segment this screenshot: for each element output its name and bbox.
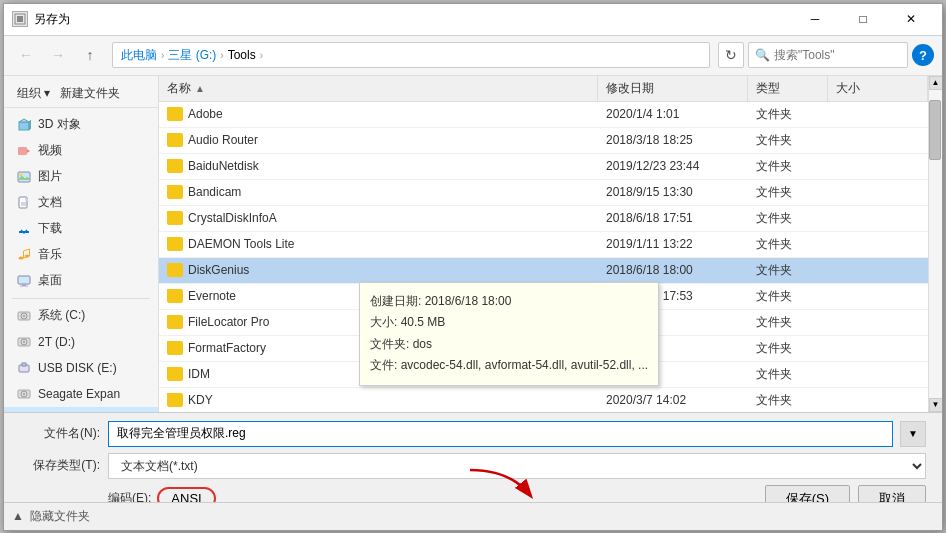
file-row[interactable]: BaiduNetdisk 2019/12/23 23:44 文件夹: [159, 154, 928, 180]
col-header-type[interactable]: 类型: [748, 76, 828, 101]
disk-c-icon: [16, 308, 32, 324]
document-icon: [16, 195, 32, 211]
maximize-button[interactable]: □: [840, 5, 886, 33]
sidebar-divider: [12, 298, 150, 299]
breadcrumb: 此电脑 › 三星 (G:) › Tools ›: [112, 42, 710, 68]
filename-input[interactable]: [108, 421, 893, 447]
sidebar-label: Seagate Expan: [38, 387, 120, 401]
tooltip-type: 文件夹: dos: [370, 334, 648, 356]
svg-marker-13: [21, 224, 27, 230]
hide-files-row: ▲ 隐藏文件夹: [4, 502, 942, 530]
sidebar-label: 视频: [38, 142, 62, 159]
sidebar-label: 音乐: [38, 246, 62, 263]
close-button[interactable]: ✕: [888, 5, 934, 33]
search-bar: 🔍: [748, 42, 908, 68]
file-row[interactable]: DAEMON Tools Lite 2019/1/11 13:22 文件夹: [159, 232, 928, 258]
file-row[interactable]: Adobe 2020/1/4 1:01 文件夹: [159, 102, 928, 128]
sidebar-label: 下载: [38, 220, 62, 237]
search-icon: 🔍: [755, 48, 770, 62]
sidebar-item-desktop[interactable]: 桌面: [4, 268, 158, 294]
search-input[interactable]: [774, 48, 924, 62]
download-icon: [16, 221, 32, 237]
scroll-down-button[interactable]: ▼: [929, 398, 943, 412]
sidebar-item-music[interactable]: 音乐: [4, 242, 158, 268]
disk-d-icon: [16, 334, 32, 350]
sidebar-label: USB DISK (E:): [38, 361, 117, 375]
file-row[interactable]: Audio Router 2018/3/18 18:25 文件夹: [159, 128, 928, 154]
svg-point-25: [23, 315, 25, 317]
navigation-toolbar: ← → ↑ 此电脑 › 三星 (G:) › Tools › ↻ 🔍 ?: [4, 36, 942, 76]
refresh-button[interactable]: ↻: [718, 42, 744, 68]
sidebar-item-video[interactable]: 视频: [4, 138, 158, 164]
tooltip-files: 文件: avcodec-54.dll, avformat-54.dll, avu…: [370, 355, 648, 377]
sidebar-item-pictures[interactable]: 图片: [4, 164, 158, 190]
filename-label: 文件名(N):: [20, 425, 100, 442]
forward-button[interactable]: →: [44, 41, 72, 69]
up-button[interactable]: ↑: [76, 41, 104, 69]
col-header-date[interactable]: 修改日期: [598, 76, 748, 101]
sidebar-label: 系统 (C:): [38, 307, 85, 324]
new-folder-button[interactable]: 新建文件夹: [55, 81, 125, 105]
new-folder-label: 新建文件夹: [60, 85, 120, 102]
sidebar-item-seagate[interactable]: Seagate Expan: [4, 381, 158, 407]
sidebar-label: 图片: [38, 168, 62, 185]
svg-point-33: [23, 393, 25, 395]
file-row-diskgenius[interactable]: DiskGenius 2018/6/18 18:00 文件夹 创建日期: 201…: [159, 258, 928, 284]
filetype-label: 保存类型(T):: [20, 457, 100, 474]
svg-point-14: [19, 256, 24, 259]
sidebar-label: 桌面: [38, 272, 62, 289]
usb-icon: [16, 360, 32, 376]
cube-icon: [16, 117, 32, 133]
organize-label: 组织 ▾: [17, 85, 50, 102]
expand-icon: ▲: [12, 509, 24, 523]
sidebar-label: 2T (D:): [38, 335, 75, 349]
help-button[interactable]: ?: [912, 44, 934, 66]
red-arrow: [460, 465, 540, 505]
music-icon: [16, 247, 32, 263]
sidebar: 组织 ▾ 新建文件夹 3D 对象 视频: [4, 76, 159, 412]
bottom-bar: 文件名(N): ▼ 保存类型(T): 文本文档(*.txt) 编码(E): AN…: [4, 412, 942, 502]
video-icon: [16, 143, 32, 159]
sidebar-label: 3D 对象: [38, 116, 81, 133]
file-row[interactable]: Bandicam 2018/9/15 13:30 文件夹: [159, 180, 928, 206]
vertical-scrollbar: ▲ ▼: [928, 76, 942, 412]
sidebar-item-docs[interactable]: 文档: [4, 190, 158, 216]
svg-rect-30: [22, 363, 26, 366]
sidebar-item-downloads[interactable]: 下载: [4, 216, 158, 242]
save-as-dialog: 另存为 ─ □ ✕ ← → ↑ 此电脑 › 三星 (G:) › Tools › …: [3, 3, 943, 531]
hide-files-label[interactable]: 隐藏文件夹: [30, 508, 90, 525]
svg-marker-4: [29, 120, 31, 130]
scroll-up-button[interactable]: ▲: [929, 76, 943, 90]
col-header-name[interactable]: 名称 ▲: [159, 76, 598, 101]
file-list-header: 名称 ▲ 修改日期 类型 大小: [159, 76, 928, 102]
sidebar-item-c[interactable]: 系统 (C:): [4, 303, 158, 329]
col-header-size[interactable]: 大小: [828, 76, 928, 101]
svg-rect-7: [18, 172, 30, 182]
minimize-button[interactable]: ─: [792, 5, 838, 33]
desktop-icon: [16, 273, 32, 289]
sidebar-label: 文档: [38, 194, 62, 211]
file-row[interactable]: CrystalDiskInfoA 2018/6/18 17:51 文件夹: [159, 206, 928, 232]
dialog-icon: [12, 11, 28, 27]
organize-button[interactable]: 组织 ▾: [12, 81, 55, 105]
content-area: 组织 ▾ 新建文件夹 3D 对象 视频: [4, 76, 942, 412]
sidebar-toolbar: 组织 ▾ 新建文件夹: [4, 80, 158, 108]
scroll-track: [929, 90, 942, 398]
breadcrumb-current: Tools: [228, 48, 256, 62]
picture-icon: [16, 169, 32, 185]
sidebar-item-3d[interactable]: 3D 对象: [4, 112, 158, 138]
back-button[interactable]: ←: [12, 41, 40, 69]
svg-line-19: [24, 249, 30, 251]
scroll-thumb[interactable]: [929, 100, 941, 160]
file-row[interactable]: KDY 2020/3/7 14:02 文件夹: [159, 388, 928, 412]
filename-dropdown-arrow[interactable]: ▼: [900, 421, 926, 447]
breadcrumb-pc[interactable]: 此电脑: [121, 47, 157, 64]
svg-marker-3: [19, 119, 29, 122]
sidebar-item-e[interactable]: USB DISK (E:): [4, 355, 158, 381]
file-tooltip: 创建日期: 2018/6/18 18:00 大小: 40.5 MB 文件夹: d…: [359, 282, 659, 386]
tooltip-size: 大小: 40.5 MB: [370, 312, 648, 334]
breadcrumb-drive[interactable]: 三星 (G:): [168, 47, 216, 64]
seagate-icon: [16, 386, 32, 402]
title-buttons: ─ □ ✕: [792, 5, 934, 33]
sidebar-item-d[interactable]: 2T (D:): [4, 329, 158, 355]
